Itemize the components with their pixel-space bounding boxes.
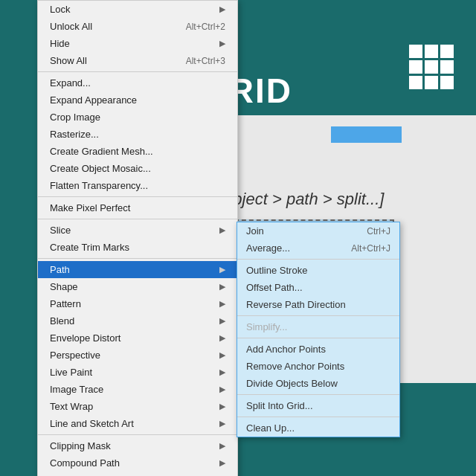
menu-item-label: Line and Sketch Art: [50, 418, 134, 429]
menu-item-live-paint[interactable]: Live Paint▶: [38, 364, 237, 381]
menu-item-artboards[interactable]: Artboards▶: [38, 472, 237, 476]
menu-item-label: Live Paint: [50, 367, 92, 378]
object-path-text: [object > path > split...]: [219, 190, 384, 209]
menu-item-label: Clipping Mask: [50, 440, 111, 451]
submenu-item-average---[interactable]: Average...Alt+Ctrl+J: [237, 239, 399, 257]
submenu-arrow-icon: ▶: [219, 316, 225, 326]
grid-cell: [425, 60, 438, 74]
submenu-arrow-icon: ▶: [219, 225, 225, 235]
menu-item-label: Crop Image: [50, 112, 100, 123]
submenu-item-offset-path---[interactable]: Offset Path...: [237, 279, 399, 296]
submenu-item-label: Reverse Path Direction: [246, 299, 346, 310]
menu-item-create-gradient-mesh---[interactable]: Create Gradient Mesh...: [38, 143, 237, 160]
menu-shortcut: Alt+Ctrl+3: [186, 56, 225, 66]
submenu-arrow-icon: ▶: [219, 402, 225, 411]
menu-separator: [38, 434, 237, 435]
submenu-item-split-into-grid---[interactable]: Split Into Grid...: [237, 397, 399, 414]
menu-item-label: Shape: [50, 281, 78, 292]
grid-cell: [440, 60, 454, 74]
menu-item-pattern[interactable]: Pattern▶: [38, 295, 237, 312]
menu-item-label: Compound Path: [50, 457, 120, 469]
menu-item-image-trace[interactable]: Image Trace▶: [38, 381, 237, 398]
menu-item-shape[interactable]: Shape▶: [38, 278, 237, 295]
menu-item-hide[interactable]: Hide▶: [38, 35, 237, 52]
submenu-item-label: Average...: [246, 242, 290, 254]
submenu-arrow-icon: ▶: [219, 4, 225, 14]
menu-item-label: Create Trim Marks: [50, 242, 129, 253]
grid-cell: [425, 76, 438, 89]
submenu-arrow-icon: ▶: [219, 39, 225, 48]
menu-item-expand---[interactable]: Expand...: [38, 74, 237, 91]
submenu-item-label: Add Anchor Points: [246, 344, 326, 355]
submenu-arrow-icon: ▶: [219, 441, 225, 451]
menu-item-label: Show All: [50, 55, 87, 66]
submenu-item-label: Outline Stroke: [246, 265, 307, 276]
menu-item-blend[interactable]: Blend▶: [38, 312, 237, 329]
submenu-item-divide-objects-below[interactable]: Divide Objects Below: [237, 375, 399, 392]
submenu-shortcut: Ctrl+J: [367, 226, 390, 237]
grid-icon: [409, 45, 454, 89]
menu-item-label: Blend: [50, 315, 74, 327]
menu-separator: [38, 258, 237, 259]
menu-item-expand-appearance[interactable]: Expand Appearance: [38, 91, 237, 109]
menu-item-perspective[interactable]: Perspective▶: [38, 347, 237, 364]
submenu-item-simplify---[interactable]: Simplify...: [237, 318, 399, 335]
menu-item-label: Path: [50, 264, 70, 275]
menu-item-show-all[interactable]: Show AllAlt+Ctrl+3: [38, 52, 237, 69]
submenu-shortcut: Alt+Ctrl+J: [351, 243, 390, 254]
menu-item-clipping-mask[interactable]: Clipping Mask▶: [38, 437, 237, 454]
submenu-separator: [237, 315, 399, 316]
menu-item-create-trim-marks[interactable]: Create Trim Marks: [38, 239, 237, 256]
menu-item-slice[interactable]: Slice▶: [38, 222, 237, 239]
menu-item-line-and-sketch-art[interactable]: Line and Sketch Art▶: [38, 415, 237, 432]
menu-item-label: Create Gradient Mesh...: [50, 146, 153, 157]
context-menu: Lock▶Unlock AllAlt+Ctrl+2Hide▶Show AllAl…: [37, 0, 238, 476]
menu-item-label: Pattern: [50, 298, 81, 309]
submenu-separator: [237, 394, 399, 395]
menu-item-rasterize---[interactable]: Rasterize...: [38, 126, 237, 143]
menu-item-label: Slice: [50, 225, 71, 236]
submenu-arrow-icon: ▶: [219, 350, 225, 360]
submenu-arrow-icon: ▶: [219, 367, 225, 377]
menu-item-compound-path[interactable]: Compound Path▶: [38, 454, 237, 472]
menu-item-label: Flatten Transparency...: [50, 180, 148, 191]
blue-rect: [331, 126, 402, 143]
menu-item-text-wrap[interactable]: Text Wrap▶: [38, 398, 237, 415]
menu-item-label: Lock: [50, 4, 70, 15]
menu-item-lock[interactable]: Lock▶: [38, 1, 237, 18]
submenu-item-label: Offset Path...: [246, 282, 303, 293]
grid-cell: [440, 45, 454, 58]
submenu-arrow-icon: ▶: [219, 333, 225, 343]
submenu-item-join[interactable]: JoinCtrl+J: [237, 222, 399, 239]
grid-cell: [440, 76, 454, 89]
menu-item-label: Image Trace: [50, 384, 103, 395]
menu-item-label: Perspective: [50, 350, 100, 361]
menu-item-unlock-all[interactable]: Unlock AllAlt+Ctrl+2: [38, 18, 237, 35]
menu-item-crop-image[interactable]: Crop Image: [38, 109, 237, 126]
submenu-item-clean-up---[interactable]: Clean Up...: [237, 419, 399, 437]
menu-separator: [38, 71, 237, 72]
submenu-item-label: Simplify...: [246, 321, 287, 332]
grid-cell: [425, 45, 438, 58]
submenu-item-label: Split Into Grid...: [246, 400, 313, 411]
submenu-item-outline-stroke[interactable]: Outline Stroke: [237, 262, 399, 279]
menu-item-path[interactable]: Path▶: [38, 261, 237, 278]
menu-separator: [38, 196, 237, 197]
menu-item-flatten-transparency---[interactable]: Flatten Transparency...: [38, 177, 237, 194]
submenu-item-remove-anchor-points[interactable]: Remove Anchor Points: [237, 358, 399, 375]
submenu-separator: [237, 338, 399, 338]
menu-item-label: Make Pixel Perfect: [50, 202, 130, 213]
submenu-separator: [237, 259, 399, 260]
path-submenu: JoinCtrl+JAverage...Alt+Ctrl+JOutline St…: [237, 222, 400, 437]
menu-item-create-object-mosaic---[interactable]: Create Object Mosaic...: [38, 160, 237, 177]
submenu-item-add-anchor-points[interactable]: Add Anchor Points: [237, 341, 399, 358]
menu-item-label: Hide: [50, 38, 70, 49]
submenu-arrow-icon: ▶: [219, 282, 225, 292]
submenu-arrow-icon: ▶: [219, 419, 225, 428]
menu-item-make-pixel-perfect[interactable]: Make Pixel Perfect: [38, 199, 237, 216]
menu-item-label: Text Wrap: [50, 401, 93, 412]
submenu-arrow-icon: ▶: [219, 265, 225, 274]
submenu-item-reverse-path-direction[interactable]: Reverse Path Direction: [237, 296, 399, 313]
submenu-arrow-icon: ▶: [219, 299, 225, 309]
menu-item-envelope-distort[interactable]: Envelope Distort▶: [38, 329, 237, 347]
